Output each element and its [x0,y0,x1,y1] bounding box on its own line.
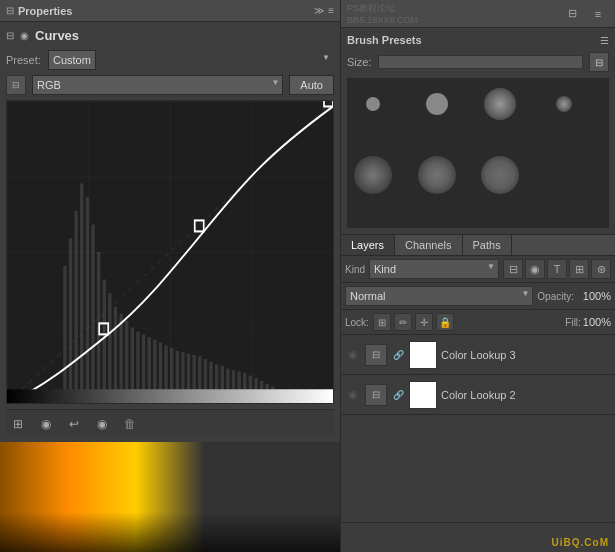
filter-adjust-icon[interactable]: ◉ [525,259,545,279]
brush-item[interactable] [480,84,520,124]
tab-layers[interactable]: Layers [341,235,395,255]
size-slider[interactable] [378,55,583,69]
toolbar-icons: ⊟ ◉ T ⊞ ⊛ [503,259,611,279]
blend-mode-select[interactable]: Normal [345,286,533,306]
opacity-value: 100% [576,290,611,302]
layer-name-1: Color Lookup 3 [441,349,611,361]
preset-select-wrapper: Custom [48,50,334,70]
layer-visibility-1[interactable]: ◉ [345,347,361,363]
size-row: Size: ⊟ [347,52,609,72]
menu-icon[interactable]: ≡ [328,5,334,16]
layers-footer: UiBQ.CoM [341,522,615,552]
lock-all-icon[interactable]: 🔒 [436,313,454,331]
layer-row[interactable]: ◉ ⊟ 🔗 Color Lookup 2 [341,375,615,415]
layer-visibility-2[interactable]: ◉ [345,387,361,403]
watermark: UiBQ.CoM [552,537,609,548]
brush-item[interactable] [544,155,584,195]
layer-type-icon-2: ⊟ [365,384,387,406]
kind-select-wrapper: Kind [369,259,499,279]
lock-pixels-icon[interactable]: ⊞ [373,313,391,331]
channel-row: ⊟ RGB Auto [6,75,334,95]
brush-presets-section: Brush Presets ☰ Size: ⊟ [341,28,615,235]
curves-delete-icon[interactable]: 🗑 [120,414,140,434]
brush-presets-title: Brush Presets [347,34,422,46]
brush-grid [347,78,609,228]
curves-icon: ⊟ [6,30,14,41]
layer-rows: ◉ ⊟ 🔗 Color Lookup 3 ◉ ⊟ 🔗 Color Lookup … [341,335,615,522]
tab-paths[interactable]: Paths [463,235,512,255]
brush-size-btn[interactable]: ⊟ [589,52,609,72]
size-label: Size: [347,56,372,68]
lock-label: Lock: [345,317,369,328]
filter-pixel-icon[interactable]: ⊟ [503,259,523,279]
filter-smart-icon[interactable]: ⊛ [591,259,611,279]
lock-paint-icon[interactable]: ✏ [394,313,412,331]
expand-icon[interactable]: ≫ [314,5,324,16]
auto-button[interactable]: Auto [289,75,334,95]
layer-name-2: Color Lookup 2 [441,389,611,401]
brush-item[interactable] [417,155,457,195]
curves-bottom-bar: ⊞ ◉ ↩ ◉ 🗑 [6,409,334,436]
opacity-label: Opacity: [537,291,574,302]
svg-rect-8 [91,225,94,403]
curves-svg [7,101,333,403]
curves-title: Curves [35,28,79,43]
layer-thumb-1 [409,341,437,369]
fill-value: 100% [583,316,611,328]
preset-label: Preset: [6,54,42,66]
properties-header: ⊟ Properties ≫ ≡ [0,0,340,22]
top-right-icons: ⊟ ≡ [561,3,609,25]
lock-move-icon[interactable]: ✛ [415,313,433,331]
brush-presets-menu[interactable]: ☰ [600,35,609,46]
preset-select[interactable]: Custom [48,50,96,70]
brush-presets-header: Brush Presets ☰ [347,34,609,46]
right-panel-top: PS教程论坛BBS.16XX8.COM ⊟ ≡ [341,0,615,28]
layers-tabs: Layers Channels Paths [341,235,615,256]
channel-select-wrapper: RGB [32,75,283,95]
kind-label: Kind [345,264,365,275]
curves-icon2: ◉ [20,30,29,41]
curves-canvas-area[interactable] [6,100,334,404]
svg-rect-5 [74,211,77,403]
brush-item[interactable] [353,84,393,124]
curves-reset-icon[interactable]: ↩ [64,414,84,434]
opacity-row-item: Opacity: 100% [537,290,611,302]
svg-rect-11 [108,293,111,403]
curves-visibility-icon[interactable]: ◉ [92,414,112,434]
curves-panel: ⊟ ◉ Curves Preset: Custom ⊟ RGB Auto [0,22,340,442]
arrange-icon[interactable]: ⊟ [561,3,583,25]
fill-label: Fill: [565,317,581,328]
options-icon[interactable]: ≡ [587,3,609,25]
filter-shape-icon[interactable]: ⊞ [569,259,589,279]
brush-item[interactable] [417,84,457,124]
svg-rect-6 [80,183,83,403]
kind-select[interactable]: Kind [369,259,499,279]
curves-title-bar: ⊟ ◉ Curves [6,28,334,43]
svg-rect-3 [63,266,66,403]
layer-link-2: 🔗 [391,388,405,402]
filter-type-icon[interactable]: T [547,259,567,279]
tab-channels[interactable]: Channels [395,235,462,255]
layer-link-1: 🔗 [391,348,405,362]
brush-item[interactable] [480,155,520,195]
fill-item: Fill: 100% [565,316,611,328]
svg-rect-10 [103,279,106,403]
bottom-image [0,442,340,552]
brush-item[interactable] [353,155,393,195]
svg-rect-7 [86,197,89,403]
svg-rect-12 [114,307,117,403]
layer-type-icon-1: ⊟ [365,344,387,366]
channel-select[interactable]: RGB [32,75,283,95]
curves-add-point-icon[interactable]: ⊞ [8,414,28,434]
layer-thumb-2 [409,381,437,409]
brush-item[interactable] [544,84,584,124]
properties-header-right: ≫ ≡ [314,5,334,16]
bottom-image-overlay [0,512,340,552]
layers-toolbar: Kind Kind ⊟ ◉ T ⊞ ⊛ [341,256,615,283]
curves-eye-icon[interactable]: ◉ [36,414,56,434]
channel-icon: ⊟ [6,75,26,95]
properties-header-left: ⊟ Properties [6,5,72,17]
svg-rect-4 [69,238,72,403]
layer-row[interactable]: ◉ ⊟ 🔗 Color Lookup 3 [341,335,615,375]
lock-icons: ⊞ ✏ ✛ 🔒 [373,313,561,331]
